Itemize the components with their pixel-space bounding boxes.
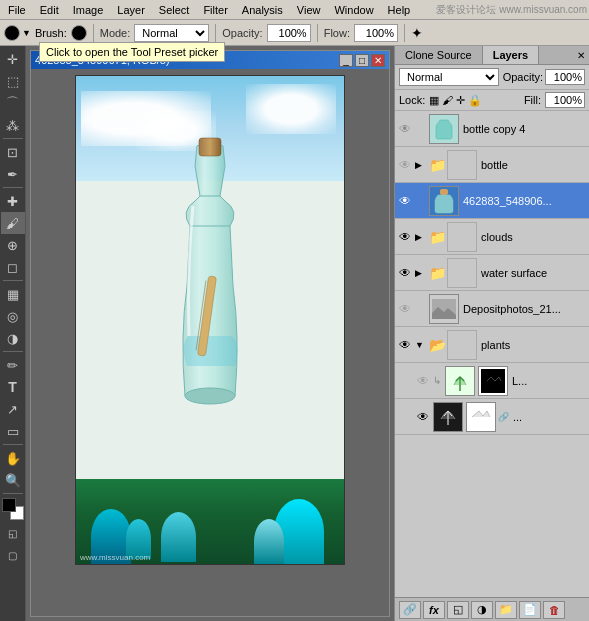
new-adjustment-button[interactable]: ◑: [471, 601, 493, 619]
tool-eyedropper[interactable]: ✒: [1, 163, 25, 185]
panel-tabs: Clone Source Layers ✕: [395, 46, 589, 65]
menu-window[interactable]: Window: [328, 3, 379, 17]
new-layer-button[interactable]: 📄: [519, 601, 541, 619]
tab-clone-source[interactable]: Clone Source: [395, 46, 483, 64]
layer-eye-deposit[interactable]: 👁: [397, 301, 413, 317]
layer-item-active[interactable]: 👁 462883_548906...: [395, 183, 589, 219]
tool-eraser[interactable]: ◻: [1, 256, 25, 278]
layer-eye-bottle-copy-4[interactable]: 👁: [397, 121, 413, 137]
menu-edit[interactable]: Edit: [34, 3, 65, 17]
tool-clone[interactable]: ⊕: [1, 234, 25, 256]
fill-input[interactable]: [545, 92, 585, 108]
menu-filter[interactable]: Filter: [197, 3, 233, 17]
lock-paint-icon[interactable]: 🖌: [442, 94, 453, 107]
layer-thumb-deposit: [429, 294, 459, 324]
layer-item-bottle-folder[interactable]: 👁 ▶ 📁 bottle: [395, 147, 589, 183]
tool-marquee[interactable]: ⬚: [1, 70, 25, 92]
layer-item-water-surface[interactable]: 👁 ▶ 📁 water surface: [395, 255, 589, 291]
new-group-button[interactable]: 📁: [495, 601, 517, 619]
layer-thumb-clouds: [447, 222, 477, 252]
layer-item-plants-child2[interactable]: 👁 🔗 ...: [395, 399, 589, 435]
tool-path-select[interactable]: ↗: [1, 398, 25, 420]
tool-rectangle[interactable]: ▭: [1, 420, 25, 442]
fx-button[interactable]: fx: [423, 601, 445, 619]
airbrush-icon[interactable]: ✦: [411, 25, 423, 41]
svg-point-1: [185, 388, 235, 404]
layer-thumb-plants-child2: [433, 402, 463, 432]
layer-eye-bottle[interactable]: 👁: [397, 157, 413, 173]
layer-eye-active[interactable]: 👁: [397, 193, 413, 209]
layers-lock-row: Lock: ▦ 🖌 ✛ 🔒 Fill:: [395, 90, 589, 111]
layer-expand-clouds[interactable]: ▶: [415, 232, 427, 242]
tooltip-preset-picker: Click to open the Tool Preset picker: [39, 42, 225, 62]
flow-input[interactable]: [354, 24, 398, 42]
layer-expand-plants[interactable]: ▼: [415, 340, 427, 350]
menu-select[interactable]: Select: [153, 3, 196, 17]
layer-item-deposit[interactable]: 👁 Depositphotos_21...: [395, 291, 589, 327]
mode-dropdown[interactable]: Normal: [134, 24, 209, 42]
lock-move-icon[interactable]: ✛: [456, 94, 465, 107]
layer-item-bottle-copy-4[interactable]: 👁 bottle copy 4: [395, 111, 589, 147]
tool-hand[interactable]: ✋: [1, 447, 25, 469]
layer-thumb-bottle-folder: [447, 150, 477, 180]
tab-layers[interactable]: Layers: [483, 46, 539, 64]
canvas-image[interactable]: www.missvuan.com: [75, 75, 345, 565]
opacity-input[interactable]: [545, 69, 585, 85]
folder-icon-bottle: 📁: [429, 157, 445, 173]
color-swatches[interactable]: [2, 498, 24, 520]
menu-file[interactable]: File: [2, 3, 32, 17]
canvas-content: www.missvuan.com: [31, 69, 389, 616]
menu-layer[interactable]: Layer: [111, 3, 151, 17]
toolbar-sep-2: [3, 187, 23, 188]
layer-eye-water[interactable]: 👁: [397, 265, 413, 281]
tool-screen-mode[interactable]: ▢: [1, 544, 25, 566]
lock-all-icon[interactable]: 🔒: [468, 94, 482, 107]
tool-pen[interactable]: ✏: [1, 354, 25, 376]
tool-dodge[interactable]: ◑: [1, 327, 25, 349]
menu-analysis[interactable]: Analysis: [236, 3, 289, 17]
layer-expand-bottle[interactable]: ▶: [415, 160, 427, 170]
opacity-row: Opacity:: [503, 69, 585, 85]
tool-blur[interactable]: ◎: [1, 305, 25, 327]
toolbar-sep-4: [3, 351, 23, 352]
menu-help[interactable]: Help: [382, 3, 417, 17]
bottom-watermark: www.missvuan.com: [80, 553, 150, 562]
tool-healing[interactable]: ✚: [1, 190, 25, 212]
menu-view[interactable]: View: [291, 3, 327, 17]
cloud-2: [246, 84, 336, 134]
delete-layer-button[interactable]: 🗑: [543, 601, 565, 619]
tool-text[interactable]: T: [1, 376, 25, 398]
tool-preset-picker[interactable]: ▼: [4, 25, 31, 41]
layer-eye-clouds[interactable]: 👁: [397, 229, 413, 245]
tool-lasso[interactable]: ⌒: [1, 92, 25, 114]
layer-eye-plants-child1[interactable]: 👁: [415, 373, 431, 389]
add-mask-button[interactable]: ◱: [447, 601, 469, 619]
lock-transparent-icon[interactable]: ▦: [429, 94, 439, 107]
opacity-label: Opacity:: [503, 71, 543, 83]
link-layers-button[interactable]: 🔗: [399, 601, 421, 619]
restore-button[interactable]: □: [355, 54, 369, 67]
fill-label: Fill:: [524, 94, 541, 106]
panel-close-button[interactable]: ✕: [573, 48, 589, 63]
layer-eye-plants[interactable]: 👁: [397, 337, 413, 353]
layer-item-plants-child1[interactable]: 👁 ↳ L...: [395, 363, 589, 399]
layer-expand-water[interactable]: ▶: [415, 268, 427, 278]
tool-brush[interactable]: 🖌: [1, 212, 25, 234]
minimize-button[interactable]: _: [339, 54, 353, 67]
tool-zoom[interactable]: 🔍: [1, 469, 25, 491]
lock-icons: ▦ 🖌 ✛ 🔒: [429, 94, 482, 107]
tool-magic-wand[interactable]: ⁂: [1, 114, 25, 136]
layer-eye-plants-child2[interactable]: 👁: [415, 409, 431, 425]
layer-thumb-active: [429, 186, 459, 216]
close-button[interactable]: ✕: [371, 54, 385, 67]
layer-item-clouds[interactable]: 👁 ▶ 📁 clouds: [395, 219, 589, 255]
tool-crop[interactable]: ⊡: [1, 141, 25, 163]
opacity-input[interactable]: [267, 24, 311, 42]
layer-item-plants[interactable]: 👁 ▼ 📂 plants: [395, 327, 589, 363]
tool-quick-mask[interactable]: ◱: [1, 522, 25, 544]
menu-image[interactable]: Image: [67, 3, 110, 17]
blend-mode-dropdown[interactable]: Normal: [399, 68, 499, 86]
tool-move[interactable]: ✛: [1, 48, 25, 70]
brush-size-preview[interactable]: [71, 25, 87, 41]
tool-gradient[interactable]: ▦: [1, 283, 25, 305]
